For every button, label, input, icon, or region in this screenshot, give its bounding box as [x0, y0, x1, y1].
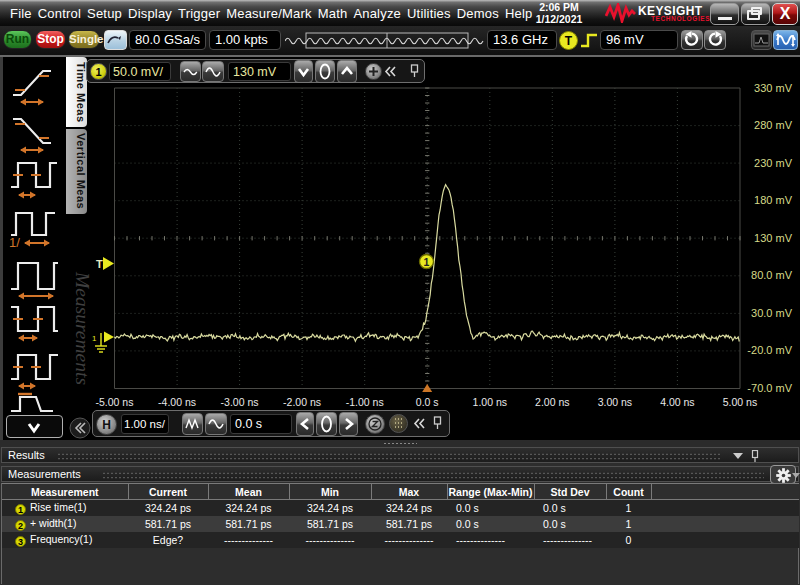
svg-text:1: 1 [92, 334, 97, 343]
svg-text:T: T [96, 258, 103, 270]
svg-text:1: 1 [424, 256, 430, 268]
